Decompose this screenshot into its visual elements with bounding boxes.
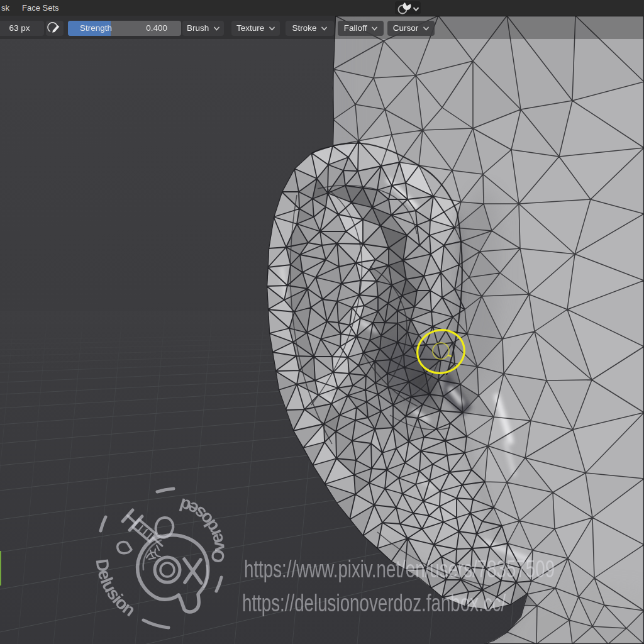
svg-text:Delusion: Delusion <box>92 558 139 620</box>
